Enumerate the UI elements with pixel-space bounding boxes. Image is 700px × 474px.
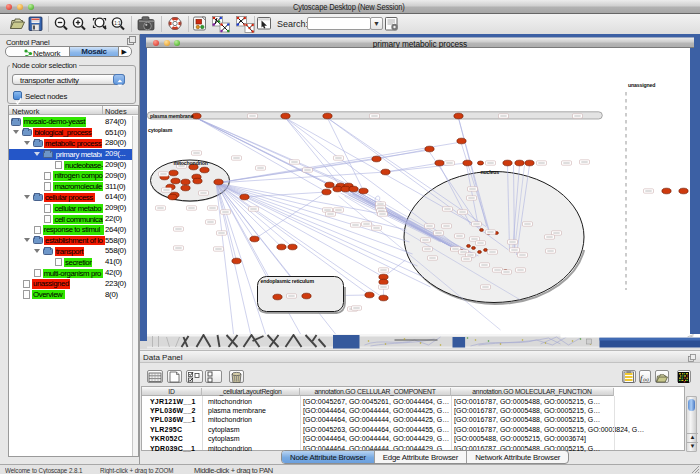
svg-text:mitochondrion: mitochondrion [173, 160, 207, 166]
svg-text:unassigned: unassigned [628, 82, 655, 88]
svg-text:plasma membrane: plasma membrane [150, 113, 194, 119]
svg-text:nucleus: nucleus [480, 169, 499, 175]
svg-text:cytoplasm: cytoplasm [148, 127, 173, 133]
svg-text:(x): (x) [643, 376, 649, 381]
svg-text:endoplasmic reticulum: endoplasmic reticulum [260, 278, 314, 284]
svg-text:1:1: 1:1 [114, 21, 121, 26]
